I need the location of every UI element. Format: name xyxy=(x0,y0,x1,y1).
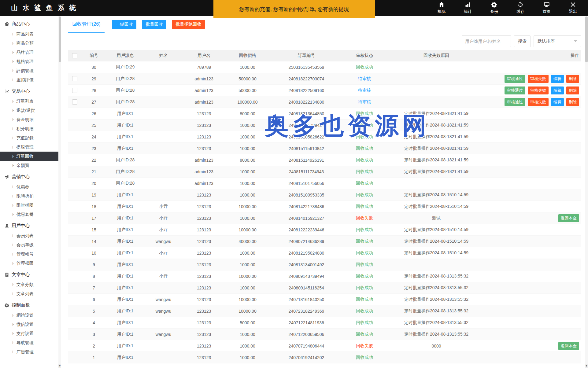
sidebar-item[interactable]: ⊦文章列表 xyxy=(0,289,58,298)
delete-button[interactable]: 删除 xyxy=(566,75,579,83)
delete-button[interactable]: 删除 xyxy=(566,98,579,106)
row-id: 9 xyxy=(82,262,106,267)
sidebar-item[interactable]: ⊦品牌管理 xyxy=(0,48,58,57)
sidebar-item[interactable]: ⊦导航管理 xyxy=(0,338,58,347)
nav-homepage[interactable]: 首页 xyxy=(534,0,560,16)
search-button[interactable]: 搜索 xyxy=(514,35,531,47)
sidebar-item[interactable]: ⊦微信設置 xyxy=(0,320,58,329)
sidebar-item[interactable]: ⊦限时拼团 xyxy=(0,201,58,210)
row-status: 回收成功 xyxy=(343,134,386,140)
section-label: 营销中心 xyxy=(12,174,30,180)
sidebar-item[interactable]: ⊦优惠套餐 xyxy=(0,210,58,219)
sidebar-item[interactable]: ⊦优惠券 xyxy=(0,182,58,191)
sidebar-item[interactable]: ⊦評價管理 xyxy=(0,66,58,75)
sidebar-item[interactable]: ⊦商品列表 xyxy=(0,29,58,39)
sidebar-item[interactable]: ⊦广告管理 xyxy=(0,347,58,356)
sidebar-item[interactable]: ⊦商品分類 xyxy=(0,39,58,48)
sidebar-item[interactable]: ⊦积分明细 xyxy=(0,124,58,133)
tab-recycle-management[interactable]: 回收管理(26) xyxy=(68,16,105,33)
sidebar-item[interactable]: ⊦会员列表 xyxy=(0,231,58,240)
one-click-recycle-button[interactable]: 一鍵回收 xyxy=(112,20,136,29)
sidebar-item-label: 文章列表 xyxy=(17,291,34,296)
header-checkbox-cell xyxy=(68,53,82,58)
sidebar-item[interactable]: ⊦虛拟評價 xyxy=(0,75,58,84)
sidebar-menu: 商品中心⊦商品列表⊦商品分類⊦品牌管理⊦规格管理⊦評價管理⊦虛拟評價交易中心⊦訂… xyxy=(0,16,58,356)
sidebar-item[interactable]: ⊦管理权限 xyxy=(0,259,58,268)
nav-statistics[interactable]: 统计 xyxy=(455,0,481,16)
table-row: 30用户ID:297897891000.00250316135453569回收成… xyxy=(68,61,581,73)
sidebar-item[interactable]: ⊦訂單回收 xyxy=(0,152,58,161)
table-row: 27用户ID:28admin123100000.0024081822213488… xyxy=(68,96,581,108)
row-user-info: 用户ID:1 xyxy=(106,262,144,267)
approve-button[interactable]: 审核通过 xyxy=(505,98,525,106)
sidebar-item[interactable]: ⊦规格管理 xyxy=(0,57,58,66)
sidebar-item[interactable]: ⊦资金明细 xyxy=(0,115,58,124)
edit-button[interactable]: 编辑 xyxy=(551,86,564,94)
sidebar-scrollbar[interactable]: ▾ xyxy=(58,16,61,368)
row-price: 100000.00 xyxy=(225,100,270,105)
select-all-checkbox[interactable] xyxy=(72,53,77,58)
refund-principal-button[interactable]: 退回本金 xyxy=(558,342,579,350)
status-text: 回收成功 xyxy=(356,192,373,197)
scrollbar-thumb[interactable] xyxy=(585,17,588,62)
search-input[interactable] xyxy=(462,35,511,47)
reject-button[interactable]: 审核失败 xyxy=(528,75,549,83)
sidebar-item[interactable]: ⊦充值記錄 xyxy=(0,133,58,142)
row-username: 123123 xyxy=(183,309,225,314)
row-user-info: 用户ID:28 xyxy=(106,99,144,105)
page-scrollbar[interactable]: ▾ xyxy=(585,16,588,368)
row-status: 回收成功 xyxy=(343,111,386,116)
approve-button[interactable]: 审核通过 xyxy=(505,86,525,94)
scroll-down-arrow[interactable]: ▾ xyxy=(585,364,588,368)
row-user-info: 用户ID:28 xyxy=(106,181,144,186)
reject-button[interactable]: 审核失败 xyxy=(528,86,549,94)
batch-recycle-button[interactable]: 批量回收 xyxy=(142,20,166,29)
refund-principal-button[interactable]: 退回本金 xyxy=(558,214,579,222)
tree-branch-icon: ⊦ xyxy=(12,145,14,149)
row-username: 123123 xyxy=(183,274,225,279)
row-id: 7 xyxy=(82,285,106,290)
row-id: 22 xyxy=(82,158,106,163)
row-status: 回收成功 xyxy=(343,297,386,302)
status-text: 回收失败 xyxy=(356,215,373,220)
scroll-down-arrow[interactable]: ▾ xyxy=(58,364,61,368)
row-price: 1000.00 xyxy=(225,134,270,139)
nav-cache[interactable]: 缓存 xyxy=(507,0,534,16)
sidebar-item[interactable]: ⊦限時折扣 xyxy=(0,191,58,201)
row-status: 回收成功 xyxy=(343,308,386,314)
sidebar-item[interactable]: ⊦支付設置 xyxy=(0,329,58,338)
edit-button[interactable]: 编辑 xyxy=(551,98,564,106)
row-username: admin123 xyxy=(183,158,225,163)
batch-reject-recycle-button[interactable]: 批量拒绝回收 xyxy=(172,20,205,29)
sidebar-item[interactable]: ⊦提現管理 xyxy=(0,142,58,152)
chevron-down-icon xyxy=(574,40,577,42)
row-user-info: 用户ID:1 xyxy=(106,250,144,256)
sidebar-item-label: 提現管理 xyxy=(17,145,34,149)
sidebar-item[interactable]: ⊦余額寶 xyxy=(0,161,58,170)
approve-button[interactable]: 审核通过 xyxy=(505,75,525,83)
table-row: 23用户ID:11231231000.00240815115610842回收成功… xyxy=(68,143,581,154)
sidebar-item[interactable]: ⊦会员等级 xyxy=(0,240,58,249)
row-price: 1000.00 xyxy=(225,181,270,186)
sidebar-item[interactable]: ⊦網站設置 xyxy=(0,311,58,320)
row-id: 6 xyxy=(82,297,106,302)
scrollbar-thumb[interactable] xyxy=(59,17,61,62)
nav-overview[interactable]: 概况 xyxy=(428,0,455,16)
row-checkbox[interactable] xyxy=(72,88,77,93)
sidebar-item[interactable]: ⊦文章分類 xyxy=(0,280,58,289)
row-user-info: 用户ID:29 xyxy=(106,64,144,70)
sidebar-item[interactable]: ⊦管理帳号 xyxy=(0,249,58,259)
row-checkbox[interactable] xyxy=(72,76,77,81)
row-name: 小亓 xyxy=(144,204,183,209)
sidebar-item[interactable]: ⊦退款/退貨 xyxy=(0,106,58,115)
sidebar-item[interactable]: ⊦訂單列表 xyxy=(0,97,58,106)
reject-button[interactable]: 审核失败 xyxy=(528,98,549,106)
nav-logout[interactable]: 退出 xyxy=(560,0,586,16)
nav-backup[interactable]: 备份 xyxy=(481,0,507,16)
delete-button[interactable]: 删除 xyxy=(566,86,579,94)
edit-button[interactable]: 编辑 xyxy=(551,75,564,83)
row-username: 123123 xyxy=(183,355,225,360)
row-name: 小亓 xyxy=(144,215,183,221)
sort-select[interactable]: 默认排序 xyxy=(534,35,581,47)
row-checkbox[interactable] xyxy=(72,99,77,105)
